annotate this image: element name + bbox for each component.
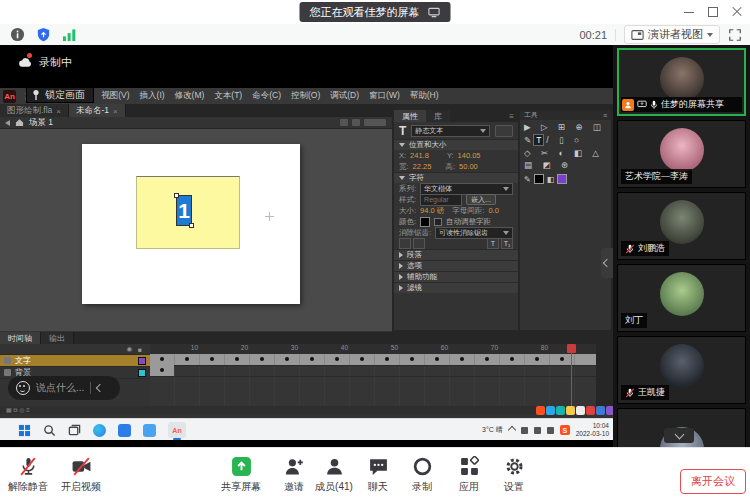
section-options[interactable]: 选项 [394, 260, 518, 271]
maximize-button[interactable] [708, 7, 718, 17]
leave-meeting-button[interactable]: 离开会议 [680, 469, 746, 494]
format-button[interactable] [399, 238, 411, 249]
frames-row-background[interactable] [150, 365, 596, 377]
menu-text[interactable]: 文本(T) [209, 90, 247, 102]
participant-tile[interactable]: 刘鹏浩 [617, 192, 746, 260]
format-button[interactable] [413, 238, 425, 249]
embed-button[interactable]: 嵌入... [466, 194, 496, 205]
collapse-chat-icon[interactable] [96, 384, 104, 392]
weather-widget[interactable]: 3°C 晴 [482, 425, 503, 435]
section-position-size[interactable]: 位置和大小 [394, 139, 518, 150]
frames-pane[interactable]: 10 20 30 40 50 60 70 80 [150, 344, 596, 414]
tray-expand-icon[interactable] [508, 426, 516, 434]
app-icon-files[interactable] [143, 424, 156, 437]
menu-commands[interactable]: 命令(C) [247, 90, 286, 102]
doc-tab-2[interactable]: 未命名-1 [69, 104, 126, 117]
layer-text[interactable]: 文字 [0, 355, 150, 367]
x-value[interactable]: 241.8 [410, 151, 429, 160]
sidebar-collapse-handle[interactable] [601, 248, 613, 278]
close-button[interactable] [732, 7, 742, 17]
meeting-info-icon[interactable] [10, 27, 25, 42]
fullscreen-icon[interactable] [728, 28, 742, 42]
participant-tile[interactable]: 艺术学院—李涛 [617, 120, 746, 188]
section-character[interactable]: 字符 [394, 172, 518, 183]
tab-timeline[interactable]: 时间轴 [0, 332, 41, 344]
text-direction-button[interactable] [495, 125, 513, 137]
menu-control[interactable]: 控制(O) [286, 90, 325, 102]
text-color-swatch[interactable] [420, 217, 430, 227]
security-shield-icon[interactable] [36, 27, 51, 42]
section-filters[interactable]: 滤镜 [394, 282, 518, 293]
editbar-icons[interactable] [340, 119, 386, 126]
network-icon[interactable] [534, 427, 541, 434]
settings-button[interactable]: 设置 [486, 456, 542, 494]
fill-color-swatch[interactable] [557, 174, 567, 184]
ime-tool-icon[interactable] [556, 406, 565, 415]
share-screen-button[interactable]: 共享屏幕 [213, 456, 269, 494]
tool-row-view[interactable]: ▤ ◩ ⊛ [520, 158, 611, 170]
ime-tool-icon[interactable] [606, 406, 613, 415]
section-paragraph[interactable]: 段落 [394, 249, 518, 260]
autokern-checkbox[interactable] [434, 218, 442, 226]
animate-stage-area[interactable]: 1 [0, 129, 392, 331]
panel-menu-icon[interactable]: ≡ [603, 112, 607, 119]
view-mode-button[interactable]: 演讲者视图 [624, 25, 720, 44]
menu-debug[interactable]: 调试(D) [325, 90, 364, 102]
emoji-icon[interactable] [16, 381, 30, 395]
spacing-value[interactable]: 0.0 [488, 206, 498, 215]
panel-scroll-chevron[interactable] [664, 428, 694, 443]
layer-outline-color[interactable] [138, 369, 146, 377]
stroke-color-swatch[interactable] [534, 174, 544, 184]
sogou-tray-icon[interactable]: S [560, 425, 570, 435]
shape-tools-icons[interactable]: / ▯ ○ [546, 135, 583, 145]
ime-tool-icon[interactable] [546, 406, 555, 415]
subscript-button[interactable]: T₁ [501, 238, 513, 249]
back-arrow-icon[interactable] [5, 120, 10, 126]
participant-tile[interactable]: 王凯捷 [617, 336, 746, 404]
search-icon[interactable] [43, 424, 56, 437]
tool-row-selection[interactable]: ▶ ▷ ⊞ ⊕ ◫ [520, 120, 611, 132]
size-value[interactable]: 94.0 磅 [420, 206, 444, 216]
timeline-tools-icons[interactable]: ▦ ⧉ ◎ ≡ [6, 406, 30, 414]
start-video-button[interactable]: 开启视频 [53, 456, 109, 494]
playhead-handle[interactable] [567, 344, 576, 353]
scene-label[interactable]: 场景 1 [29, 117, 53, 129]
edit-tools-icons[interactable]: ◇ ✂ ◐ ◧ △ [524, 148, 603, 158]
chat-quick-input[interactable]: 说点什么... [8, 376, 120, 400]
section-accessibility[interactable]: 辅助功能 [394, 271, 518, 282]
tab-library[interactable]: 库 [426, 110, 450, 122]
pen-tool-icon[interactable]: ✎ [524, 135, 531, 145]
font-style-dropdown[interactable]: Regular [420, 194, 462, 206]
edge-browser-icon[interactable] [93, 424, 106, 437]
antialias-dropdown[interactable]: 可读性消除锯齿 [435, 227, 513, 239]
text-tool-icon-active[interactable]: T [533, 134, 544, 146]
tool-row-draw[interactable]: ✎ T / ▯ ○ [520, 132, 611, 146]
participant-tile[interactable]: 刘丁 [617, 264, 746, 332]
superscript-button[interactable]: T [487, 238, 499, 249]
menu-view[interactable]: 视图(V) [96, 90, 134, 102]
view-tools-icons[interactable]: ▤ ◩ ⊛ [524, 160, 572, 170]
participant-tile-sharer[interactable]: 佳梦的屏幕共享 [617, 48, 746, 116]
height-value[interactable]: 50.00 [459, 162, 478, 171]
start-button-icon[interactable] [18, 424, 31, 437]
volume-icon[interactable] [547, 427, 554, 434]
selection-tools-icons[interactable]: ▶ ▷ ⊞ ⊕ ◫ [524, 122, 605, 132]
ime-tool-icon[interactable] [596, 406, 605, 415]
sogou-icon[interactable] [536, 406, 545, 415]
tool-row-edit[interactable]: ◇ ✂ ◐ ◧ △ [520, 146, 611, 158]
tab-properties[interactable]: 属性 [394, 110, 426, 122]
panel-menu-icon[interactable]: ≡ [509, 110, 518, 122]
doc-tab-1[interactable]: 图形绘制.fla [0, 104, 69, 117]
tab-output[interactable]: 输出 [41, 332, 74, 344]
menu-insert[interactable]: 插入(I) [135, 90, 170, 102]
width-value[interactable]: 22.25 [413, 162, 432, 171]
chat-placeholder[interactable]: 说点什么... [36, 381, 84, 395]
app-icon-blue[interactable] [118, 424, 131, 437]
unmute-button[interactable]: 解除静音 [0, 456, 56, 494]
menu-modify[interactable]: 修改(M) [170, 90, 210, 102]
lock-column-icon[interactable]: ■ [138, 346, 142, 353]
bluetooth-icon[interactable] [521, 427, 528, 434]
selected-text-box[interactable]: 1 [177, 196, 191, 225]
ime-tool-icon[interactable] [566, 406, 575, 415]
close-tab-icon[interactable] [56, 106, 61, 116]
